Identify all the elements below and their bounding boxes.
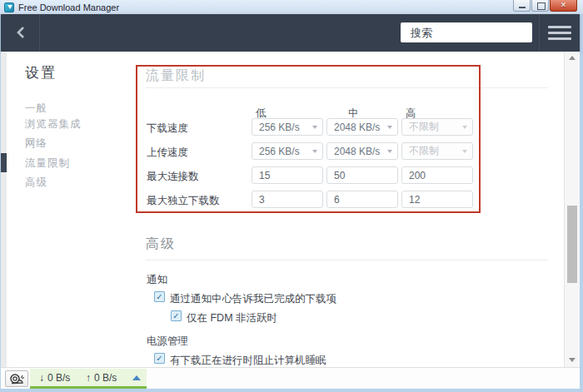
advanced-section-title: 高级	[146, 236, 176, 253]
minimize-button[interactable]	[513, 0, 531, 12]
power-group-label: 电源管理	[147, 335, 188, 349]
upload-speed-medium-select[interactable]: 2048 KB/s	[326, 142, 398, 160]
sidebar-item-advanced[interactable]: 高级	[25, 176, 47, 190]
sidebar-item-network[interactable]: 网络	[25, 136, 47, 151]
section-divider	[146, 260, 548, 261]
download-speed-high-select[interactable]: 不限制	[401, 118, 473, 136]
notify-completed-label: 通过通知中心告诉我已完成的下载项	[170, 292, 336, 306]
dropdown-caret-icon	[312, 126, 317, 129]
back-button[interactable]	[7, 21, 33, 44]
traffic-section-title: 流量限制	[146, 67, 206, 85]
sidebar-item-traffic[interactable]: 流量限制	[25, 156, 70, 171]
window-controls	[512, 0, 577, 12]
max-downloads-medium-input[interactable]	[326, 191, 398, 208]
prevent-sleep-label: 有下载正在进行时阻止计算机睡眠	[170, 354, 326, 368]
speed-panel: ↓ 0 B/s ↑ 0 B/s	[30, 369, 147, 389]
download-speed-value: 0 B/s	[47, 372, 70, 384]
row-label-download-speed: 下载速度	[147, 122, 188, 136]
search-input[interactable]	[411, 27, 557, 39]
window-titlebar: Free Download Manager	[0, 0, 583, 14]
navbar-divider	[539, 14, 540, 52]
row-label-upload-speed: 上传速度	[147, 146, 188, 160]
dropdown-caret-icon	[312, 150, 317, 153]
upload-speed-value: 0 B/s	[94, 372, 117, 384]
statusbar: ↓ 0 B/s ↑ 0 B/s	[1, 367, 580, 389]
vertical-scrollbar[interactable]	[564, 52, 580, 367]
fdm-logo-icon	[4, 2, 14, 12]
snail-icon	[8, 373, 25, 385]
row-label-max-downloads: 最大独立下载数	[147, 194, 220, 208]
download-speed-medium-select[interactable]: 2048 KB/s	[326, 118, 398, 136]
row-label-max-connections: 最大连接数	[147, 170, 199, 184]
scrollbar-thumb[interactable]	[567, 206, 577, 283]
upload-speed-indicator: ↑ 0 B/s	[86, 372, 127, 384]
check-icon: ✓	[172, 311, 179, 320]
download-speed-low-select[interactable]: 256 KB/s	[252, 118, 323, 136]
page-title: 设置	[25, 63, 57, 82]
sidebar-item-browser[interactable]: 浏览器集成	[25, 117, 82, 131]
max-connections-low-input[interactable]	[252, 166, 323, 184]
notify-completed-checkbox[interactable]: ✓	[154, 291, 165, 302]
close-button[interactable]	[550, 0, 577, 12]
dropdown-caret-icon	[387, 126, 392, 129]
settings-page: 设置 一般 浏览器集成 网络 流量限制 高级 流量限制 低 中 高 下载速度 2…	[1, 52, 580, 367]
check-icon: ✓	[156, 354, 162, 363]
navbar-divider	[39, 14, 40, 52]
upload-speed-high-select[interactable]: 不限制	[401, 142, 473, 160]
download-speed-indicator: ↓ 0 B/s	[39, 372, 86, 384]
check-icon: ✓	[156, 292, 162, 301]
menu-icon[interactable]	[548, 26, 571, 40]
download-arrow-icon: ↓	[39, 372, 44, 384]
back-chevron-icon	[16, 26, 25, 39]
search-box[interactable]	[401, 22, 532, 42]
window-title: Free Download Manager	[18, 2, 119, 12]
expand-chevron-icon[interactable]	[132, 375, 141, 380]
scroll-down-icon[interactable]	[569, 358, 576, 362]
maximize-button[interactable]	[531, 0, 549, 12]
upload-speed-low-select[interactable]: 256 KB/s	[252, 142, 323, 160]
sidebar-item-general[interactable]: 一般	[25, 102, 47, 116]
scroll-up-icon[interactable]	[569, 56, 576, 60]
dropdown-caret-icon	[462, 126, 467, 129]
fdm-window: Free Download Manager	[0, 0, 583, 392]
left-gutter	[1, 52, 7, 367]
active-item-indicator	[1, 153, 7, 172]
max-connections-high-input[interactable]	[401, 166, 473, 184]
only-when-inactive-label: 仅在 FDM 非活跃时	[187, 311, 277, 325]
section-divider	[146, 87, 548, 88]
max-downloads-low-input[interactable]	[252, 191, 323, 208]
prevent-sleep-checkbox[interactable]: ✓	[154, 353, 165, 364]
max-downloads-high-input[interactable]	[401, 191, 473, 208]
speed-limit-snail-button[interactable]	[5, 370, 28, 387]
upload-arrow-icon: ↑	[86, 372, 91, 384]
notifications-group-label: 通知	[147, 273, 167, 287]
dropdown-caret-icon	[462, 150, 467, 153]
dropdown-caret-icon	[387, 150, 392, 153]
navbar	[1, 14, 580, 52]
max-connections-medium-input[interactable]	[326, 166, 398, 184]
only-when-inactive-checkbox[interactable]: ✓	[171, 310, 182, 321]
